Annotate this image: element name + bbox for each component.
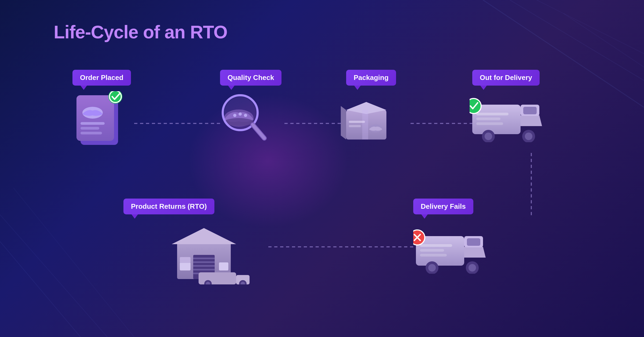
svg-line-6: [13, 188, 134, 337]
svg-rect-15: [80, 122, 105, 125]
svg-point-55: [413, 230, 425, 245]
svg-point-27: [239, 112, 242, 116]
delivery-fails-stage: [413, 220, 488, 275]
svg-line-4: [0, 241, 80, 337]
svg-rect-30: [362, 110, 368, 140]
page-title: Life-Cycle of an RTO: [54, 21, 228, 42]
out-for-delivery-label: Out for Delivery: [472, 70, 540, 86]
svg-point-54: [469, 264, 476, 272]
svg-rect-38: [476, 118, 500, 120]
order-placed-stage: [72, 91, 126, 151]
svg-rect-32: [349, 121, 365, 123]
svg-rect-36: [523, 107, 537, 114]
svg-line-5: [0, 215, 107, 337]
svg-rect-39: [476, 122, 503, 125]
delivery-fails-label: Delivery Fails: [413, 199, 473, 214]
svg-rect-65: [180, 262, 191, 270]
svg-rect-33: [349, 125, 361, 127]
svg-rect-63: [193, 269, 215, 270]
quality-check-stage: [212, 83, 274, 146]
svg-rect-48: [420, 244, 452, 247]
svg-point-28: [244, 114, 247, 117]
packaging-label: Packaging: [346, 70, 396, 86]
svg-point-19: [109, 91, 121, 102]
svg-point-52: [428, 264, 436, 272]
svg-line-3: [564, 13, 644, 67]
svg-line-2: [537, 0, 644, 54]
svg-rect-17: [80, 132, 102, 134]
svg-point-41: [485, 133, 492, 140]
svg-rect-61: [193, 261, 215, 263]
order-placed-label: Order Placed: [72, 70, 131, 86]
packaging-stage: [338, 89, 392, 143]
svg-rect-66: [180, 257, 191, 263]
svg-rect-47: [467, 238, 480, 246]
svg-rect-68: [199, 272, 236, 284]
product-returns-label: Product Returns (RTO): [123, 199, 214, 214]
svg-rect-67: [219, 262, 228, 270]
svg-point-43: [525, 133, 532, 140]
svg-line-1: [510, 0, 644, 80]
product-returns-stage: [166, 220, 258, 285]
out-for-delivery-stage: [470, 89, 545, 143]
svg-rect-49: [420, 249, 444, 252]
svg-line-25: [253, 125, 264, 138]
svg-rect-16: [80, 127, 99, 130]
svg-rect-62: [193, 265, 215, 267]
quality-check-label: Quality Check: [220, 70, 281, 86]
svg-point-26: [233, 114, 236, 117]
svg-rect-60: [193, 258, 215, 259]
svg-rect-37: [476, 113, 508, 115]
svg-rect-50: [420, 254, 447, 257]
